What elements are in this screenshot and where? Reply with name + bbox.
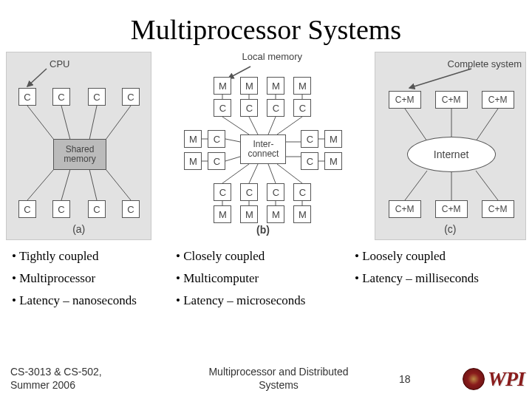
node-m: M — [214, 205, 231, 223]
node-c: C — [267, 99, 284, 117]
footer: CS-3013 & CS-502, Summer 2006 Multiproce… — [10, 366, 525, 392]
svg-line-15 — [249, 117, 258, 134]
node-c: C — [122, 88, 140, 106]
svg-line-8 — [106, 169, 131, 200]
svg-line-21 — [225, 157, 240, 161]
node-c: C — [293, 99, 311, 117]
svg-line-1 — [27, 106, 54, 140]
node-m: M — [184, 152, 202, 170]
node-m: M — [267, 205, 284, 223]
wpi-logo: WPI — [429, 367, 525, 391]
bullets-a: • Tightly coupled • Multiprocessor • Lat… — [12, 249, 174, 308]
svg-line-17 — [277, 117, 302, 134]
node-cm: C+M — [482, 91, 514, 109]
svg-line-37 — [476, 109, 498, 141]
diagrams-row: CPU C C C C Shared memory C C C C (a) — [0, 52, 532, 240]
local-memory-label: Local memory — [242, 52, 302, 61]
internet-oval: Internet — [407, 137, 496, 172]
svg-line-16 — [268, 117, 276, 134]
node-m: M — [240, 77, 258, 95]
node-c: C — [214, 183, 231, 201]
svg-line-34 — [409, 69, 471, 88]
node-c: C — [18, 88, 36, 106]
node-c: C — [293, 183, 311, 201]
svg-line-27 — [249, 164, 258, 183]
footer-title-2: Systems — [158, 379, 399, 392]
svg-line-3 — [89, 106, 97, 140]
node-m: M — [240, 205, 258, 223]
svg-line-28 — [268, 164, 276, 183]
course-code: CS-3013 & CS-502, — [10, 366, 158, 379]
bullets-b: • Closely coupled • Multicomputer • Late… — [176, 249, 353, 308]
node-c: C — [52, 200, 70, 218]
bullet: • Latency – microseconds — [176, 293, 353, 308]
node-c: C — [88, 200, 106, 218]
svg-line-2 — [61, 106, 70, 140]
svg-line-7 — [89, 169, 97, 200]
node-cm: C+M — [435, 200, 468, 218]
node-cm: C+M — [389, 200, 421, 218]
node-cm: C+M — [389, 91, 421, 109]
panel-a-label: (a) — [72, 223, 85, 235]
diagram-a: CPU C C C C Shared memory C C C C (a) — [6, 52, 151, 240]
term: Summer 2006 — [10, 379, 158, 392]
footer-center: Multiprocessor and Distributed Systems — [158, 366, 399, 392]
node-c: C — [208, 152, 225, 170]
svg-line-5 — [27, 169, 54, 200]
svg-line-19 — [225, 139, 240, 142]
node-cm: C+M — [482, 200, 514, 218]
footer-left: CS-3013 & CS-502, Summer 2006 — [10, 366, 158, 392]
bullet: • Multiprocessor — [12, 271, 174, 286]
node-c: C — [88, 88, 106, 106]
bullet: • Tightly coupled — [12, 249, 174, 264]
footer-title-1: Multiprocessor and Distributed — [158, 366, 399, 379]
bullets-c: • Loosely coupled • Latency – millisecon… — [355, 249, 525, 308]
node-m: M — [214, 77, 231, 95]
page-title: Multiprocessor Systems — [0, 0, 532, 52]
svg-line-26 — [222, 164, 249, 183]
interconnect: Inter-connect — [240, 134, 286, 164]
panel-b-label: (b) — [256, 224, 270, 236]
diagram-b: Local memory M M M M C C C C M C M C Int… — [156, 52, 369, 240]
shared-memory: Shared memory — [53, 139, 106, 170]
bullet: • Loosely coupled — [355, 249, 525, 264]
wpi-wordmark: WPI — [488, 367, 525, 391]
svg-line-40 — [476, 171, 498, 200]
node-c: C — [267, 183, 284, 201]
bullets-row: • Tightly coupled • Multiprocessor • Lat… — [0, 240, 532, 308]
node-m: M — [324, 130, 342, 148]
node-m: M — [267, 77, 284, 95]
svg-line-35 — [405, 109, 427, 141]
node-c: C — [301, 130, 318, 148]
node-c: C — [18, 200, 36, 218]
node-m: M — [293, 205, 311, 223]
bullet: • Closely coupled — [176, 249, 353, 264]
svg-line-4 — [106, 106, 131, 140]
node-c: C — [208, 130, 225, 148]
wpi-seal-icon — [463, 368, 485, 390]
svg-line-6 — [61, 169, 70, 200]
bullet: • Multicomputer — [176, 271, 353, 286]
node-c: C — [52, 88, 70, 106]
diagram-c: Complete system C+M C+M C+M Internet C+M… — [375, 52, 526, 240]
svg-line-14 — [222, 117, 249, 134]
node-m: M — [324, 152, 342, 170]
node-c: C — [240, 183, 258, 201]
node-c: C — [301, 152, 318, 170]
node-c: C — [122, 200, 140, 218]
node-cm: C+M — [435, 91, 468, 109]
svg-line-0 — [27, 69, 47, 86]
svg-line-29 — [277, 164, 302, 183]
node-m: M — [184, 130, 202, 148]
bullet: • Latency – milliseconds — [355, 271, 525, 286]
svg-line-38 — [405, 171, 427, 200]
panel-c-label: (c) — [444, 223, 456, 235]
cpu-label: CPU — [50, 58, 69, 69]
complete-system-label: Complete system — [448, 58, 522, 69]
bullet: • Latency – nanoseconds — [12, 293, 174, 308]
node-c: C — [214, 99, 231, 117]
node-m: M — [293, 77, 311, 95]
page-number: 18 — [399, 373, 429, 385]
node-c: C — [240, 99, 258, 117]
